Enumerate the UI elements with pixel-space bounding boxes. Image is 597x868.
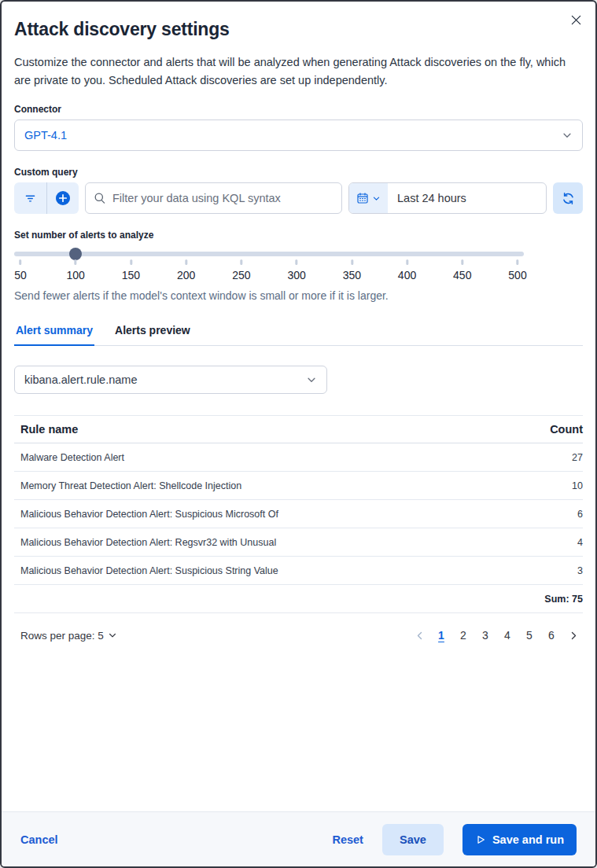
- page-button-2[interactable]: 2: [454, 626, 473, 645]
- connector-section: Connector GPT-4.1: [14, 104, 583, 151]
- time-range-value[interactable]: Last 24 hours: [388, 183, 476, 213]
- flyout-body: Attack discovery settings Customize the …: [2, 2, 595, 811]
- alerts-slider-label: Set number of alerts to analyze: [14, 230, 583, 241]
- slider-tick: 150: [122, 259, 140, 281]
- save-button[interactable]: Save: [382, 824, 444, 855]
- alerts-range-slider: 50 100 150 200 250 300 350 400 450 500: [14, 252, 524, 283]
- play-icon: [475, 834, 486, 845]
- close-icon[interactable]: [566, 10, 585, 29]
- dialog-description: Customize the connector and alerts that …: [14, 53, 580, 90]
- rows-per-page-label: Rows per page: 5: [20, 630, 104, 642]
- chevron-down-icon: [108, 631, 117, 640]
- save-and-run-label: Save and run: [492, 833, 564, 846]
- slider-tick: 500: [508, 259, 526, 281]
- slider-tick: 250: [232, 259, 250, 281]
- count-cell: 27: [572, 452, 583, 463]
- rule-name-cell: Malicious Behavior Detection Alert: Regs…: [14, 537, 276, 548]
- table-row: Malicious Behavior Detection Alert: Susp…: [14, 500, 583, 528]
- alert-summary-table: Rule name Count Malware Detection Alert …: [14, 415, 583, 613]
- rule-name-cell: Malware Detection Alert: [14, 452, 124, 463]
- slider-tick: 200: [177, 259, 195, 281]
- rule-name-cell: Memory Threat Detection Alert: Shellcode…: [14, 480, 241, 491]
- connector-value: GPT-4.1: [24, 129, 67, 142]
- slider-tick: 350: [343, 259, 361, 281]
- custom-query-label: Custom query: [14, 167, 583, 178]
- slider-help-text: Send fewer alerts if the model's context…: [14, 289, 583, 302]
- previous-page-icon[interactable]: [410, 626, 429, 645]
- table-row: Malicious Behavior Detection Alert: Regs…: [14, 528, 583, 557]
- footer-actions: Reset Save Save and run: [332, 824, 577, 855]
- connector-label: Connector: [14, 104, 583, 115]
- slider-tick: 100: [67, 259, 85, 281]
- slider-tick: 300: [287, 259, 305, 281]
- count-cell: 10: [572, 480, 583, 491]
- count-cell: 3: [577, 565, 583, 576]
- date-picker: Last 24 hours: [348, 182, 547, 214]
- column-count[interactable]: Count: [550, 423, 583, 436]
- sum-value: Sum: 75: [544, 594, 583, 605]
- tab-alerts-preview[interactable]: Alerts preview: [113, 319, 192, 346]
- kql-search-box[interactable]: [85, 182, 342, 214]
- kql-search-input[interactable]: [112, 192, 334, 204]
- table-row: Memory Threat Detection Alert: Shellcode…: [14, 472, 583, 500]
- reset-button[interactable]: Reset: [332, 833, 363, 846]
- table-sum-row: Sum: 75: [14, 585, 583, 613]
- page-button-4[interactable]: 4: [498, 626, 517, 645]
- save-and-run-button[interactable]: Save and run: [462, 824, 577, 855]
- tab-bar: Alert summary Alerts preview: [14, 319, 583, 346]
- add-filter-icon[interactable]: [47, 182, 79, 214]
- rule-name-cell: Malicious Behavior Detection Alert: Susp…: [14, 509, 278, 520]
- search-icon: [94, 192, 106, 204]
- field-select-value: kibana.alert.rule.name: [24, 373, 137, 386]
- page-button-5[interactable]: 5: [520, 626, 539, 645]
- connector-select[interactable]: GPT-4.1: [14, 120, 583, 151]
- page-button-1[interactable]: 1: [432, 626, 451, 645]
- rule-name-cell: Malicious Behavior Detection Alert: Susp…: [14, 565, 278, 576]
- page-buttons: 1 2 3 4 5 6: [410, 626, 583, 645]
- query-bar: Last 24 hours: [14, 182, 583, 214]
- table-row: Malware Detection Alert 27: [14, 443, 583, 472]
- count-cell: 6: [577, 509, 583, 520]
- field-select[interactable]: kibana.alert.rule.name: [14, 366, 327, 394]
- table-header: Rule name Count: [14, 415, 583, 443]
- rows-per-page-button[interactable]: Rows per page: 5: [14, 630, 117, 642]
- column-rule-name[interactable]: Rule name: [14, 423, 78, 436]
- page-button-6[interactable]: 6: [542, 626, 561, 645]
- flyout-footer: Cancel Reset Save Save and run: [2, 811, 595, 866]
- custom-query-section: Custom query: [14, 167, 583, 214]
- slider-tick: 50: [14, 259, 27, 281]
- pagination: Rows per page: 5 1 2 3 4 5 6: [14, 623, 583, 648]
- slider-ticks: 50 100 150 200 250 300 350 400 450 500: [14, 256, 524, 283]
- slider-tick: 450: [453, 259, 471, 281]
- table-row: Malicious Behavior Detection Alert: Susp…: [14, 557, 583, 585]
- calendar-icon[interactable]: [349, 183, 388, 213]
- tab-alert-summary[interactable]: Alert summary: [14, 319, 94, 346]
- refresh-icon[interactable]: [553, 182, 583, 214]
- chevron-down-icon: [306, 374, 317, 385]
- slider-tick: 400: [398, 259, 416, 281]
- cancel-button[interactable]: Cancel: [20, 833, 58, 846]
- attack-discovery-settings-flyout: Attack discovery settings Customize the …: [0, 0, 597, 868]
- next-page-icon[interactable]: [564, 626, 583, 645]
- alerts-slider-section: Set number of alerts to analyze 50 100 1…: [14, 230, 583, 302]
- count-cell: 4: [577, 537, 583, 548]
- filter-icon[interactable]: [14, 182, 46, 214]
- filter-button-group: [14, 182, 79, 214]
- page-title: Attack discovery settings: [14, 19, 583, 40]
- chevron-down-icon: [562, 130, 573, 141]
- page-button-3[interactable]: 3: [476, 626, 495, 645]
